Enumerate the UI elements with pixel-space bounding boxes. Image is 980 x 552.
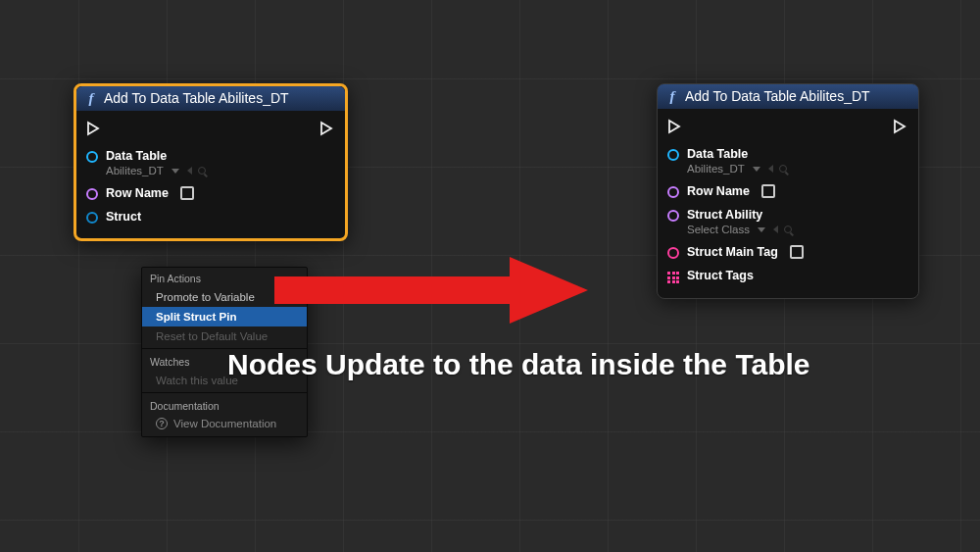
pin-label: Row Name bbox=[687, 184, 750, 198]
pin-label: Struct Ability bbox=[687, 208, 792, 222]
object-pin-icon bbox=[667, 149, 679, 161]
node-header[interactable]: f Add To Data Table Abilites_DT bbox=[658, 84, 918, 109]
pin-value[interactable]: Abilites_DT bbox=[687, 163, 745, 175]
menu-item-label: View Documentation bbox=[173, 418, 276, 429]
search-icon[interactable] bbox=[784, 226, 792, 233]
pin-label: Struct bbox=[106, 210, 141, 224]
goto-icon[interactable] bbox=[773, 226, 778, 233]
chevron-down-icon[interactable] bbox=[172, 169, 179, 174]
help-icon: ? bbox=[156, 418, 168, 429]
menu-item-reset-default: Reset to Default Value bbox=[142, 326, 307, 346]
name-pin-icon bbox=[667, 186, 679, 198]
value-checkbox[interactable] bbox=[790, 245, 804, 259]
pin-label: Row Name bbox=[106, 186, 169, 200]
name-pin-icon bbox=[86, 188, 98, 200]
exec-out-pin[interactable] bbox=[319, 121, 335, 136]
search-icon[interactable] bbox=[779, 165, 787, 173]
chevron-down-icon[interactable] bbox=[758, 227, 765, 232]
node-title: Add To Data Table Abilites_DT bbox=[104, 90, 289, 106]
annotation-caption: Nodes Update to the data inside the Tabl… bbox=[227, 348, 810, 381]
pin-label: Struct Main Tag bbox=[687, 245, 778, 259]
container-pin-icon bbox=[667, 272, 679, 283]
pin-struct[interactable]: Struct bbox=[86, 205, 335, 228]
goto-icon[interactable] bbox=[768, 165, 773, 173]
node-add-to-data-table-right[interactable]: f Add To Data Table Abilites_DT Data Tab… bbox=[657, 83, 919, 299]
svg-marker-1 bbox=[510, 257, 588, 324]
pin-struct-ability[interactable]: Struct Ability Select Class bbox=[667, 203, 908, 240]
node-add-to-data-table-left[interactable]: f Add To Data Table Abilites_DT Data Tab… bbox=[74, 83, 348, 241]
class-pin-icon bbox=[667, 210, 679, 222]
pin-data-table[interactable]: Data Table Abilites_DT bbox=[667, 142, 908, 179]
pin-struct-tags[interactable]: Struct Tags bbox=[667, 264, 908, 288]
node-header[interactable]: f Add To Data Table Abilites_DT bbox=[76, 86, 345, 111]
pin-value[interactable]: Abilites_DT bbox=[106, 165, 164, 176]
node-title: Add To Data Table Abilites_DT bbox=[685, 88, 870, 104]
menu-divider bbox=[142, 392, 307, 393]
value-checkbox[interactable] bbox=[761, 184, 775, 198]
tag-pin-icon bbox=[667, 247, 679, 259]
menu-item-view-documentation[interactable]: ? View Documentation bbox=[142, 415, 307, 432]
pin-row-name[interactable]: Row Name bbox=[667, 179, 908, 203]
annotation-arrow bbox=[274, 257, 588, 324]
pin-value[interactable]: Select Class bbox=[687, 224, 750, 235]
function-icon: f bbox=[84, 91, 98, 105]
search-icon[interactable] bbox=[198, 167, 206, 175]
pin-label: Struct Tags bbox=[687, 269, 754, 282]
pin-label: Data Table bbox=[687, 147, 787, 161]
svg-rect-0 bbox=[274, 276, 510, 304]
exec-in-pin[interactable] bbox=[86, 121, 102, 136]
goto-icon[interactable] bbox=[187, 167, 192, 175]
menu-section-title: Documentation bbox=[142, 395, 307, 415]
value-checkbox[interactable] bbox=[180, 186, 194, 200]
pin-struct-main-tag[interactable]: Struct Main Tag bbox=[667, 240, 908, 264]
chevron-down-icon[interactable] bbox=[753, 167, 760, 172]
pin-row-name[interactable]: Row Name bbox=[86, 181, 335, 205]
exec-in-pin[interactable] bbox=[667, 119, 683, 134]
struct-pin-icon bbox=[86, 212, 98, 224]
object-pin-icon bbox=[86, 151, 98, 163]
exec-out-pin[interactable] bbox=[893, 119, 908, 134]
pin-data-table[interactable]: Data Table Abilites_DT bbox=[86, 144, 335, 181]
pin-label: Data Table bbox=[106, 149, 206, 163]
function-icon: f bbox=[665, 89, 679, 103]
